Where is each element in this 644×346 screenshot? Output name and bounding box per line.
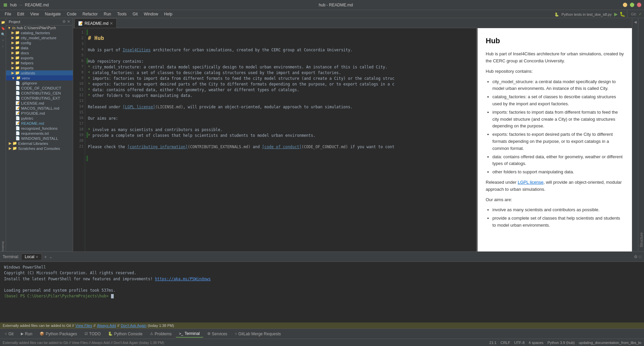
tree-readme-md[interactable]: 📝 README.md: [6, 121, 73, 126]
tree-recognized[interactable]: 📄 recognized_functions: [6, 126, 73, 131]
status-notification[interactable]: Externally added files can be added to G…: [3, 341, 487, 345]
tree-pylintrc[interactable]: 📄 pylintrc: [6, 116, 73, 121]
tab-python-packages[interactable]: 📦 Python Packages: [36, 331, 80, 337]
term-link[interactable]: https://aka.ms/PSWindows: [155, 277, 211, 281]
tree-contributing-ext[interactable]: 📄 CONTRIBUTING_EXT: [6, 96, 73, 101]
tree-macos-install[interactable]: 📝 MACOS_INSTALL.md: [6, 106, 73, 111]
notification-bar: Externally added files can be added to G…: [0, 323, 644, 329]
minimize-button[interactable]: [623, 3, 627, 7]
title-bar: hub — README.md hub - README.md: [0, 0, 644, 10]
status-position[interactable]: 21:1: [489, 341, 496, 345]
bookmark-icon[interactable]: 🔖: [0, 25, 6, 31]
menu-code[interactable]: Code: [64, 11, 79, 17]
menu-window[interactable]: Window: [141, 11, 161, 17]
preview-lgpl-link[interactable]: LGPL license: [518, 180, 543, 185]
tree-exports[interactable]: ▶ 📁 exports: [6, 55, 73, 60]
tab-terminal[interactable]: >_ Terminal: [176, 330, 203, 338]
tree-license-md[interactable]: 📝 LICENSE.md: [6, 101, 73, 106]
menu-run[interactable]: Run: [101, 11, 114, 17]
tab-python-console[interactable]: 🐍 Python Console: [105, 331, 146, 337]
tree-gitignore[interactable]: 📄 .gitignore: [6, 80, 73, 85]
commit-icon[interactable]: ↑: [0, 44, 6, 49]
notification-dont-ask-link[interactable]: Don't Ask Again: [121, 324, 147, 328]
project-icon[interactable]: 📁: [0, 19, 6, 25]
menu-edit[interactable]: Edit: [14, 11, 27, 17]
tab-problems[interactable]: ⚠ Problems: [147, 331, 175, 337]
find-icon[interactable]: 🔍: [0, 32, 6, 37]
menu-git[interactable]: Git: [130, 11, 140, 17]
tab-services[interactable]: ⚙ Services: [204, 331, 231, 337]
status-line-ending[interactable]: CRLF: [500, 341, 510, 345]
notifications-icon[interactable]: ▶: [633, 19, 637, 26]
window-controls[interactable]: [623, 3, 641, 7]
project-settings-icon[interactable]: ⚙: [62, 19, 66, 24]
tab-gitlab[interactable]: ⑂ GitLab Merge Requests: [231, 331, 284, 337]
tree-scratches[interactable]: ▶ 📁 Scratches and Consoles: [6, 146, 73, 151]
tree-config[interactable]: ▶ 📁 config: [6, 40, 73, 45]
terminal-close-icon[interactable]: ✕: [36, 255, 38, 259]
menu-tools[interactable]: Tools: [114, 11, 129, 17]
status-python[interactable]: Python 3.9 (hub): [547, 341, 575, 345]
terminal-expand-icon[interactable]: ⌄: [49, 254, 52, 259]
tab-todo-label: TODO: [89, 332, 101, 336]
tree-pyguide[interactable]: 📝 PYGUIDE.md: [6, 111, 73, 116]
preview-p3: Our aims are:: [486, 196, 624, 204]
menu-refactor[interactable]: Refactor: [80, 11, 100, 17]
tab-python-console-label: Python Console: [114, 332, 143, 336]
terminal-label[interactable]: Terminal:: [3, 254, 19, 259]
tree-external-libs[interactable]: ▶ 📁 External Libraries: [6, 141, 73, 146]
bottom-area: Terminal: Local ✕ + ⌄ ⚙ □ Windows PowerS…: [0, 251, 644, 339]
status-encoding[interactable]: UTF-8: [514, 341, 525, 345]
tree-city-model[interactable]: ▶ 📁 city_model_structure: [6, 35, 73, 40]
tree-requirements[interactable]: 📄 requirements.txt: [6, 131, 73, 136]
tree-code-of-conduct[interactable]: 📄 CODE_OF_CONDUCT: [6, 85, 73, 91]
status-indent[interactable]: 4 spaces: [529, 341, 543, 345]
tree-unittests[interactable]: ▶ 📁 unittests: [6, 70, 73, 75]
menu-help[interactable]: Help: [161, 11, 175, 17]
tab-git[interactable]: ⑂ Git: [1, 331, 17, 337]
status-branch[interactable]: updating_documentation_from_libs_to: [579, 341, 641, 345]
tree-docs[interactable]: ▶ 📁 docs: [6, 50, 73, 55]
project-root[interactable]: ▼ 🗁 hub C:\Users\Pilar\Pych: [6, 25, 73, 30]
notification-always-add-link[interactable]: Always Add: [97, 324, 116, 328]
close-button[interactable]: [637, 3, 641, 7]
structure-panel[interactable]: Structure: [638, 18, 644, 251]
editor-tab-readme[interactable]: 📝 README.md ✕: [74, 18, 117, 28]
notification-sep1: //: [94, 324, 96, 328]
terminal-content[interactable]: Windows PowerShell Copyright (C) Microso…: [0, 262, 644, 323]
terminal-tab-local[interactable]: Local ✕: [21, 253, 42, 260]
tree-helpers[interactable]: ▶ 📁 helpers: [6, 60, 73, 65]
run-config-toolbar[interactable]: 🐍 Python tests in test_doe_idf.py ▶ 🐛: [554, 11, 625, 17]
term-line-4: Loading personal and system profiles too…: [4, 288, 640, 293]
tree-imports[interactable]: ▶ 📁 imports: [6, 65, 73, 70]
tree-data[interactable]: ▶ 📁 data: [6, 45, 73, 50]
notification-view-link[interactable]: View Files: [75, 324, 92, 328]
git-icon[interactable]: ⑂: [0, 38, 6, 43]
tree-venv[interactable]: ▼ 📁 venv: [6, 75, 73, 80]
tree-windows-install[interactable]: 📄 WINDOWS_INSTALL: [6, 136, 73, 141]
bookmarks-icon[interactable]: Bookmarks: [0, 246, 6, 251]
menu-navigate[interactable]: Navigate: [42, 11, 63, 17]
git-check-icon[interactable]: ✓: [639, 12, 642, 16]
terminal-maximize-icon[interactable]: □: [639, 254, 641, 259]
preview-aim-0: involve as many scientists and contribut…: [492, 207, 624, 214]
menu-file[interactable]: File: [2, 11, 14, 17]
main-area: 📁 🔖 🔍 ⑂ ↑ Bookmarks Project ⚙ ✕ ▼ 🗁 hub …: [0, 18, 644, 251]
git-tab-icon: ⑂: [5, 332, 7, 336]
preview-pane[interactable]: Hub Hub is part of Insel4Cities architec…: [478, 28, 632, 251]
terminal-settings-icon[interactable]: ⚙: [634, 254, 638, 259]
tab-run[interactable]: ▶ Run: [17, 331, 36, 337]
preview-p1: Hub is part of Insel4Cities architecture…: [486, 51, 624, 65]
maximize-button[interactable]: [630, 3, 634, 7]
tree-contributing-cen[interactable]: 📄 CONTRIBUTING_CEN: [6, 91, 73, 96]
tab-todo[interactable]: ☑ TODO: [81, 331, 104, 337]
title-bar-left: hub — README.md: [3, 2, 49, 8]
project-close-icon[interactable]: ✕: [67, 19, 70, 24]
tree-catalog-factories[interactable]: ▶ 📁 catalog_factories: [6, 30, 73, 35]
code-editor[interactable]: # Hub Hub is part of Insel4Cities archit…: [85, 28, 476, 251]
menu-view[interactable]: View: [28, 11, 42, 17]
terminal-add-icon[interactable]: +: [44, 254, 47, 260]
terminal-tab-icon: >_: [179, 332, 183, 336]
structure-label[interactable]: Structure: [639, 231, 643, 249]
notification-time: (today 1:38 PM): [148, 324, 174, 328]
